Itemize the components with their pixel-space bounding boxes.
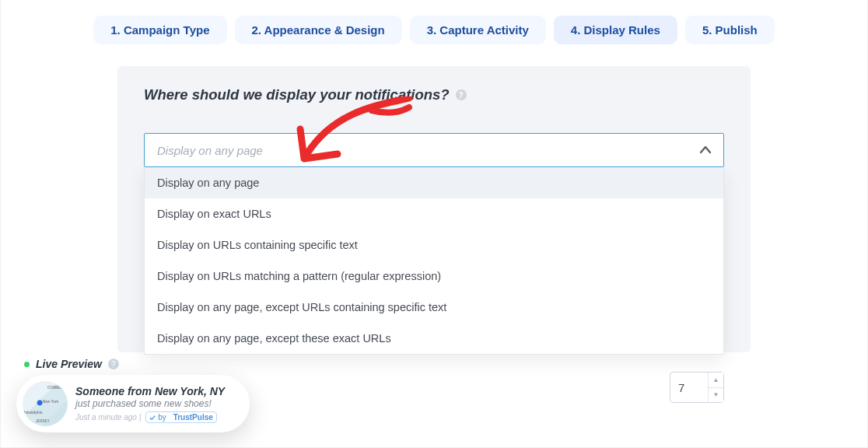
delay-stepper: ▲ ▼ bbox=[670, 372, 724, 403]
chevron-up-icon[interactable] bbox=[700, 145, 711, 156]
option-urls-pattern[interactable]: Display on URLs matching a pattern (regu… bbox=[145, 261, 723, 292]
notification-subtitle: just purchased some new shoes! bbox=[75, 398, 225, 411]
option-except-exact[interactable]: Display on any page, except these exact … bbox=[145, 323, 723, 354]
display-target-combobox: Display on any page Display on any page … bbox=[144, 133, 724, 355]
display-rules-panel: Where should we display your notificatio… bbox=[117, 66, 751, 352]
trustpulse-badge[interactable]: by TrustPulse bbox=[145, 411, 216, 423]
notification-preview[interactable]: CONNEC New York Philadelphia JERSEY Some… bbox=[16, 375, 250, 432]
option-exact-urls[interactable]: Display on exact URLs bbox=[145, 198, 723, 229]
tab-campaign-type[interactable]: 1. Campaign Type bbox=[93, 16, 226, 44]
help-icon[interactable]: ? bbox=[108, 359, 119, 369]
live-preview-header: Live Preview ? bbox=[24, 358, 119, 370]
option-any-page[interactable]: Display on any page bbox=[145, 167, 723, 198]
option-except-containing[interactable]: Display on any page, except URLs contain… bbox=[145, 292, 723, 323]
live-preview-label: Live Preview bbox=[36, 358, 102, 370]
delay-decrement[interactable]: ▼ bbox=[709, 388, 723, 403]
option-urls-containing[interactable]: Display on URLs containing specific text bbox=[145, 229, 723, 261]
help-icon[interactable]: ? bbox=[456, 89, 467, 100]
map-thumbnail: CONNEC New York Philadelphia JERSEY bbox=[23, 381, 68, 426]
tab-appearance-design[interactable]: 2. Appearance & Design bbox=[235, 16, 402, 44]
display-target-dropdown: Display on any page Display on exact URL… bbox=[144, 167, 724, 355]
tab-publish[interactable]: 5. Publish bbox=[685, 16, 775, 44]
wizard-tabs: 1. Campaign Type 2. Appearance & Design … bbox=[1, 0, 867, 66]
section-heading: Where should we display your notificatio… bbox=[144, 86, 724, 103]
tab-capture-activity[interactable]: 3. Capture Activity bbox=[410, 16, 546, 44]
display-target-input[interactable]: Display on any page bbox=[144, 133, 724, 167]
delay-increment[interactable]: ▲ bbox=[709, 373, 723, 388]
notification-title: Someone from New York, NY bbox=[75, 384, 225, 398]
notification-meta: Just a minute ago | by TrustPulse bbox=[75, 411, 225, 423]
display-target-placeholder: Display on any page bbox=[157, 144, 263, 157]
live-dot-icon bbox=[24, 362, 30, 367]
tab-display-rules[interactable]: 4. Display Rules bbox=[554, 16, 677, 44]
